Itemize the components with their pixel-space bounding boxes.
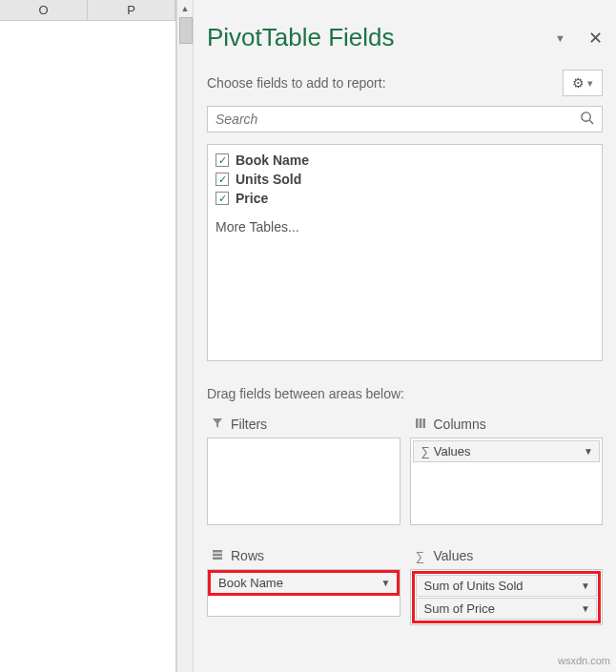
pill-sum-units-sold[interactable]: Sum of Units Sold ▼ bbox=[416, 575, 598, 597]
field-label: Units Sold bbox=[236, 172, 301, 187]
pane-title: PivotTable Fields bbox=[207, 23, 395, 52]
sigma-icon: ∑ bbox=[414, 549, 427, 563]
settings-button[interactable]: ⚙ ▾ bbox=[563, 70, 603, 96]
column-header-p[interactable]: P bbox=[88, 0, 175, 20]
chevron-down-icon: ▼ bbox=[581, 603, 590, 614]
svg-rect-2 bbox=[416, 418, 419, 428]
field-book-name[interactable]: ✓ Book Name bbox=[216, 151, 594, 170]
area-columns: Columns ∑Values ▼ bbox=[410, 411, 604, 525]
rows-icon bbox=[211, 549, 224, 563]
area-columns-title: Columns bbox=[434, 417, 486, 432]
area-rows-title: Rows bbox=[231, 548, 264, 563]
pill-label: Sum of Price bbox=[424, 601, 495, 616]
rows-dropzone[interactable]: Book Name ▼ bbox=[207, 569, 400, 617]
area-values-title: Values bbox=[434, 548, 474, 563]
svg-rect-4 bbox=[422, 418, 425, 428]
chevron-down-icon: ▼ bbox=[381, 578, 391, 588]
vertical-scrollbar[interactable]: ▲ bbox=[176, 0, 194, 672]
svg-line-1 bbox=[589, 120, 593, 124]
pivottable-fields-pane: PivotTable Fields ▼ ✕ Choose fields to a… bbox=[194, 0, 616, 672]
values-dropzone[interactable]: Sum of Units Sold ▼ Sum of Price ▼ bbox=[410, 569, 604, 625]
drag-fields-label: Drag fields between areas below: bbox=[207, 386, 603, 401]
filters-dropzone[interactable] bbox=[207, 438, 400, 525]
more-tables-link[interactable]: More Tables... bbox=[216, 219, 594, 234]
scroll-thumb[interactable] bbox=[179, 17, 193, 44]
columns-icon bbox=[414, 417, 427, 432]
field-price[interactable]: ✓ Price bbox=[216, 189, 594, 208]
pane-header: PivotTable Fields ▼ ✕ bbox=[207, 10, 603, 52]
pill-sigma-values[interactable]: ∑Values ▼ bbox=[413, 440, 601, 462]
gear-icon: ⚙ bbox=[572, 75, 585, 91]
svg-rect-6 bbox=[213, 553, 222, 556]
area-values: ∑ Values Sum of Units Sold ▼ Sum of Pric… bbox=[410, 542, 604, 625]
chevron-down-icon: ▼ bbox=[581, 580, 590, 591]
sigma-icon: ∑ bbox=[421, 444, 430, 458]
areas-grid: Filters Columns ∑Values ▼ bbox=[207, 411, 603, 625]
chevron-down-icon: ▾ bbox=[587, 77, 593, 90]
pill-sum-price[interactable]: Sum of Price ▼ bbox=[416, 598, 598, 620]
area-rows: Rows Book Name ▼ bbox=[207, 542, 400, 625]
pill-label: Values bbox=[434, 444, 471, 458]
field-label: Book Name bbox=[236, 153, 309, 168]
pill-label: Book Name bbox=[218, 576, 283, 590]
filter-icon bbox=[211, 417, 224, 432]
svg-rect-3 bbox=[419, 418, 421, 428]
pill-label: Sum of Units Sold bbox=[424, 579, 524, 593]
columns-dropzone[interactable]: ∑Values ▼ bbox=[410, 438, 604, 525]
search-box[interactable] bbox=[207, 106, 603, 132]
choose-fields-label: Choose fields to add to report: bbox=[207, 75, 386, 91]
checkbox-icon[interactable]: ✓ bbox=[216, 173, 229, 186]
column-header-o[interactable]: O bbox=[0, 0, 88, 20]
pill-book-name[interactable]: Book Name ▼ bbox=[210, 572, 398, 594]
field-units-sold[interactable]: ✓ Units Sold bbox=[216, 170, 594, 189]
close-icon[interactable]: ✕ bbox=[588, 28, 603, 49]
svg-point-0 bbox=[582, 112, 590, 121]
watermark: wsxdn.com bbox=[558, 655, 610, 666]
svg-rect-7 bbox=[213, 557, 222, 560]
worksheet-grid[interactable]: O P bbox=[0, 0, 176, 672]
checkbox-icon[interactable]: ✓ bbox=[216, 153, 229, 167]
checkbox-icon[interactable]: ✓ bbox=[216, 192, 229, 205]
pane-options-dropdown[interactable]: ▼ bbox=[555, 32, 565, 44]
field-list[interactable]: ✓ Book Name ✓ Units Sold ✓ Price More Ta… bbox=[207, 144, 603, 361]
svg-rect-5 bbox=[213, 550, 222, 553]
column-headers: O P bbox=[0, 0, 175, 21]
scroll-up-arrow[interactable]: ▲ bbox=[177, 0, 193, 17]
chevron-down-icon: ▼ bbox=[584, 446, 593, 457]
search-icon bbox=[572, 111, 602, 128]
search-input[interactable] bbox=[208, 112, 572, 127]
field-label: Price bbox=[236, 191, 268, 206]
area-filters-title: Filters bbox=[231, 417, 267, 432]
area-filters: Filters bbox=[207, 411, 400, 525]
